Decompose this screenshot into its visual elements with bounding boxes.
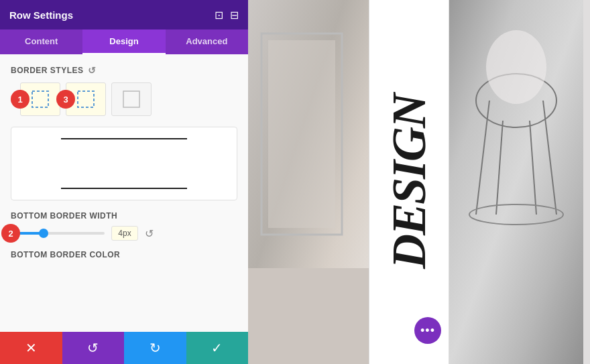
chair-column <box>449 0 590 364</box>
tab-advanced[interactable]: Advanced <box>166 29 248 54</box>
slider-value: 4px <box>111 226 138 241</box>
badge-2: 2 <box>1 224 20 243</box>
color-section-label: Bottom Border Color <box>11 250 237 259</box>
preview-inner <box>34 138 215 189</box>
svg-rect-0 <box>32 91 48 107</box>
slider-thumb[interactable] <box>39 229 48 238</box>
border-option-3[interactable] <box>111 82 152 116</box>
expand-icon[interactable]: ⊡ <box>215 9 223 21</box>
bathroom-column <box>248 0 369 364</box>
design-text: DESIGN <box>385 95 433 269</box>
panel-header: Row Settings ⊡ ⊟ <box>0 0 248 29</box>
preview-bottom-line <box>61 188 187 189</box>
border-option-1-wrapper: 1 <box>20 82 60 116</box>
badge-1: 1 <box>11 90 30 109</box>
slider-row: 2 4px ↺ <box>11 226 237 241</box>
panel-title: Row Settings <box>9 9 73 21</box>
right-inner: DESIGN <box>248 0 590 364</box>
svg-rect-5 <box>268 40 335 228</box>
undo-button[interactable]: ↺ <box>62 332 125 364</box>
right-panel: DESIGN <box>248 0 590 364</box>
settings-panel: Row Settings ⊡ ⊟ Content Design Advanced… <box>0 0 248 364</box>
tabs-bar: Content Design Advanced <box>0 29 248 54</box>
tab-design[interactable]: Design <box>82 29 165 54</box>
border-styles-label: Border Styles ↺ <box>11 65 237 76</box>
border-option-3-wrapper <box>111 82 152 116</box>
bottom-toolbar: ✕ ↺ ↻ ✓ <box>0 332 248 364</box>
cancel-button[interactable]: ✕ <box>0 332 62 364</box>
border-preview <box>11 127 237 200</box>
slider-section: Bottom Border Width 2 4px ↺ <box>11 211 237 241</box>
floating-menu-button[interactable]: ••• <box>414 317 441 344</box>
tab-content[interactable]: Content <box>0 29 82 54</box>
save-button[interactable]: ✓ <box>186 332 249 364</box>
bathroom-image <box>248 0 369 364</box>
panel-content: Border Styles ↺ 1 3 <box>0 54 248 332</box>
svg-rect-6 <box>248 268 369 364</box>
svg-point-14 <box>486 30 546 104</box>
badge-3: 3 <box>56 90 75 109</box>
border-option-2-wrapper: 3 <box>66 82 106 116</box>
slider-reset-icon[interactable]: ↺ <box>145 227 154 240</box>
border-options-row: 1 3 <box>11 82 237 116</box>
slider-label: Bottom Border Width <box>11 211 237 221</box>
redo-button[interactable]: ↻ <box>124 332 186 364</box>
svg-rect-2 <box>123 91 139 107</box>
slider-track[interactable] <box>11 232 105 235</box>
border-styles-reset[interactable]: ↺ <box>88 65 97 76</box>
collapse-icon[interactable]: ⊟ <box>230 9 239 21</box>
svg-rect-1 <box>78 91 94 107</box>
design-column: DESIGN <box>369 0 449 364</box>
header-icons: ⊡ ⊟ <box>215 9 239 21</box>
preview-top-line <box>61 138 187 139</box>
floating-menu-icon: ••• <box>420 324 435 338</box>
